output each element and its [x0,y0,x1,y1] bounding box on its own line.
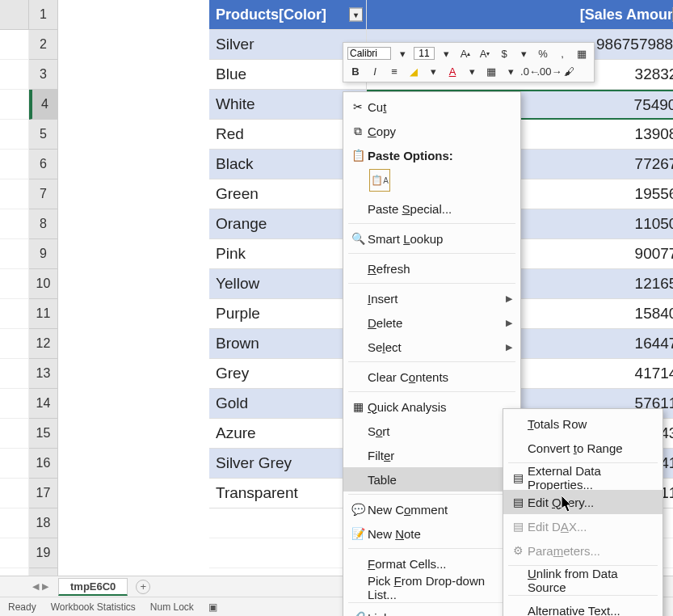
menu-item[interactable]: Pick From Drop-down List... [343,576,520,600]
menu-item-label: Cut [368,100,512,114]
fill-color-dropdown-icon[interactable]: ▾ [425,63,441,79]
cell-empty[interactable] [0,419,29,449]
currency-dropdown-icon[interactable]: ▾ [515,45,532,61]
row-header[interactable]: 5 [29,120,58,150]
align-icon[interactable]: ≡ [386,63,402,79]
cell-empty[interactable] [0,538,29,568]
menu-item[interactable]: Filter ▶ [343,443,520,467]
borders-dropdown-icon[interactable]: ▾ [503,63,519,79]
row-header[interactable]: 12 [29,329,58,359]
font-color-dropdown-icon[interactable]: ▾ [464,63,480,79]
cell-empty[interactable] [0,329,29,359]
row-header[interactable]: 18 [29,508,58,538]
menu-item[interactable]: Insert ▶ [343,286,520,310]
tab-nav-next-icon[interactable]: ▶ [42,581,48,592]
cell-empty[interactable] [0,209,29,239]
row-header[interactable]: 7 [29,179,58,209]
bold-icon[interactable]: B [347,63,364,79]
italic-icon[interactable]: I [367,63,383,79]
row-header[interactable]: 1 [29,0,58,30]
row-header[interactable]: 6 [29,150,58,179]
format-painter-icon[interactable]: 🖌 [561,63,577,79]
fill-color-icon[interactable]: ◢ [406,63,422,79]
row-header[interactable]: 16 [29,449,58,479]
font-size-input[interactable] [414,47,435,60]
decrease-font-icon[interactable]: A▾ [477,45,493,61]
menu-item[interactable]: Table ▶ [343,467,520,492]
cell-empty[interactable] [0,269,29,299]
font-size-dropdown-icon[interactable]: ▾ [438,45,454,61]
row-header[interactable]: 11 [29,299,58,329]
menu-separator [348,391,515,392]
increase-font-icon[interactable]: A▴ [457,45,473,61]
menu-item[interactable]: Select ▶ [343,335,520,359]
submenu-item[interactable]: Unlink from Data Source [503,568,662,593]
font-name-input[interactable] [347,47,391,60]
menu-item[interactable]: Delete ▶ [343,310,520,335]
table-format-icon[interactable]: ▦ [574,45,590,61]
menu-item[interactable]: Clear Contents [343,365,520,389]
currency-icon[interactable]: $ [496,45,512,61]
row-header[interactable]: 4 [29,90,58,120]
status-macro-icon[interactable]: ▣ [208,601,217,613]
menu-separator [508,462,658,463]
cell-empty[interactable] [0,60,29,90]
percent-icon[interactable]: % [535,45,551,61]
submenu-item[interactable]: Alternative Text... [503,598,662,616]
row-header[interactable]: 2 [29,30,58,60]
menu-item[interactable]: 📝 New Note [343,521,520,546]
row-header[interactable]: 13 [29,359,58,389]
submenu-item[interactable]: ▤ External Data Properties... [503,466,662,490]
menu-item[interactable]: ✂ Cut [343,95,520,119]
borders-icon[interactable]: ▦ [483,63,499,79]
filter-dropdown-icon[interactable] [349,8,363,22]
row-header[interactable]: 14 [29,389,58,419]
menu-item[interactable]: Sort ▶ [343,419,520,443]
menu-item[interactable]: ▦ Quick Analysis [343,394,520,419]
sheet-tab[interactable]: tmpE6C0 [58,578,128,596]
menu-item[interactable]: Format Cells... [343,551,520,576]
status-workbook-stats[interactable]: Workbook Statistics [51,601,136,613]
row-header[interactable]: 8 [29,209,58,239]
row-header[interactable]: 10 [29,269,58,299]
submenu-item[interactable]: Convert to Range [503,436,662,460]
menu-item-label: Smart Lookup [368,232,512,246]
font-color-icon[interactable]: A [444,63,461,79]
menu-item[interactable]: 🔗 Link ▶ [343,605,520,616]
menu-item[interactable]: 🔍 Smart Lookup [343,226,520,251]
cell-empty[interactable] [0,30,29,60]
decrease-decimal-icon[interactable]: .0← [522,63,538,79]
cell-empty[interactable] [0,179,29,209]
font-name-dropdown-icon[interactable]: ▾ [394,45,410,61]
cell-empty[interactable] [0,389,29,419]
row-header[interactable]: 3 [29,60,58,90]
cell-empty[interactable] [0,120,29,150]
cell-empty[interactable] [0,359,29,389]
cell-empty[interactable] [0,239,29,269]
row-header[interactable]: 9 [29,239,58,269]
row-header[interactable]: 19 [29,538,58,568]
increase-decimal-icon[interactable]: .00→ [541,63,557,79]
menu-item[interactable]: ⧉ Copy [343,119,520,143]
paste-option-icon[interactable]: 📋A [369,169,390,192]
col-header-products-color[interactable]: Products[Color] [209,0,367,30]
menu-item[interactable]: Refresh [343,256,520,281]
col-header-sales-amount[interactable]: [Sales Amount] [367,0,673,30]
menu-item[interactable]: Paste Special... [343,196,520,221]
comma-icon[interactable]: , [554,45,570,61]
tab-nav-prev-icon[interactable]: ◀ [32,581,39,592]
select-all-corner[interactable] [0,0,29,30]
cell-empty[interactable] [0,449,29,479]
submenu-item[interactable]: Totals Row [503,411,662,436]
cell-empty[interactable] [0,479,29,508]
cell-empty[interactable] [0,150,29,179]
add-sheet-button[interactable]: + [136,580,150,594]
menu-item[interactable]: 💬 New Comment [343,497,520,521]
menu-separator [348,494,515,495]
submenu-item[interactable]: ▤ Edit Query... [503,490,662,514]
cell-empty[interactable] [0,90,29,120]
row-header[interactable]: 17 [29,479,58,508]
cell-empty[interactable] [0,508,29,538]
row-header[interactable]: 15 [29,419,58,449]
cell-empty[interactable] [0,299,29,329]
